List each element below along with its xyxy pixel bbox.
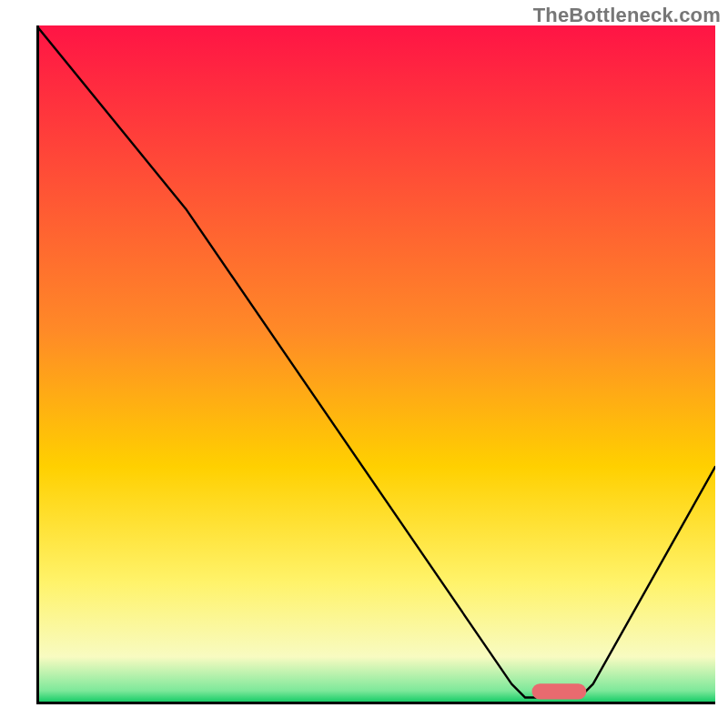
optimal-range-marker: [532, 683, 587, 699]
plot-area: [36, 25, 715, 704]
chart-container: TheBottleneck.com: [0, 0, 728, 728]
gradient-background: [36, 25, 715, 704]
chart-svg: [36, 25, 715, 704]
watermark-text: TheBottleneck.com: [533, 4, 721, 27]
